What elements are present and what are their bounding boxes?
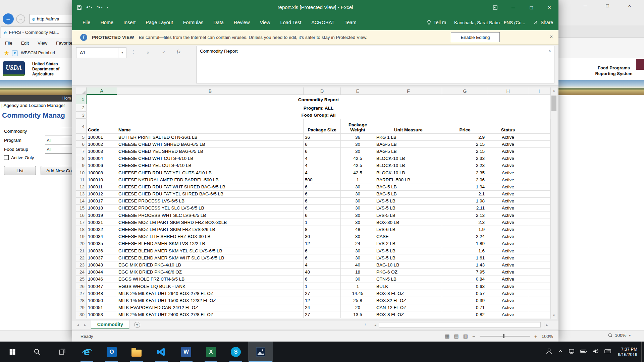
ie-close-button[interactable]: ×: [619, 0, 641, 12]
cell[interactable]: 100035: [87, 240, 117, 247]
cell[interactable]: Active: [488, 290, 528, 297]
forward-button[interactable]: →: [16, 14, 25, 23]
battery-icon[interactable]: [580, 348, 587, 356]
cell[interactable]: CHEESE CHED YEL CUTS-4/10 LB: [117, 162, 304, 169]
horizontal-scrollbar-thumb[interactable]: [379, 322, 541, 327]
cell[interactable]: 100004: [87, 155, 117, 162]
cell[interactable]: 42.5: [341, 162, 375, 169]
zoom-slider[interactable]: [480, 336, 530, 337]
taskbar-word-icon[interactable]: W: [174, 342, 199, 362]
column-header-G[interactable]: G: [442, 87, 488, 95]
cell[interactable]: 100046: [87, 276, 117, 283]
cell[interactable]: MILK 2% MILKFAT UHT 2640 BOX-27/8 FL OZ: [117, 290, 304, 297]
cell[interactable]: 1.89: [442, 240, 488, 247]
list-button[interactable]: List: [4, 166, 36, 175]
cell[interactable]: 0.71: [442, 304, 488, 311]
cell[interactable]: BLOCK-10 LB: [375, 169, 442, 176]
column-header-F[interactable]: F: [375, 87, 442, 95]
table-header-cell[interactable]: Name: [117, 119, 304, 134]
cell[interactable]: 100043: [87, 261, 117, 268]
taskbar-excel-icon[interactable]: X: [199, 342, 223, 362]
row-header[interactable]: 4: [76, 119, 87, 134]
column-header-E[interactable]: E: [341, 87, 375, 95]
cancel-icon[interactable]: ×: [147, 50, 150, 55]
cell[interactable]: BULK: [375, 283, 442, 290]
ribbon-tab-review[interactable]: Review: [229, 15, 255, 30]
row-header[interactable]: 6: [76, 141, 87, 148]
cell[interactable]: Active: [488, 261, 528, 268]
cell[interactable]: 100006: [87, 162, 117, 169]
touch-keyboard-icon[interactable]: [604, 348, 611, 356]
row-header[interactable]: 28: [76, 297, 87, 304]
cell[interactable]: CHEESE CHED WHT SHRED BAG-6/5 LB: [117, 141, 304, 148]
vertical-scrollbar-thumb[interactable]: [551, 96, 556, 111]
cell[interactable]: 2.9: [442, 134, 488, 141]
cell[interactable]: CHEESE CHED RDU FAT YEL CUTS-4/10 LB: [117, 169, 304, 176]
row-header[interactable]: 29: [76, 304, 87, 311]
enable-editing-button[interactable]: Enable Editing: [451, 32, 500, 42]
tab-splitter-icon[interactable]: ⋮: [363, 322, 367, 327]
cell[interactable]: Active: [488, 304, 528, 311]
cell[interactable]: 42.5: [341, 155, 375, 162]
cell[interactable]: MILK EVAPORATED CAN-24/12 FL OZ: [117, 304, 304, 311]
cell[interactable]: 6: [304, 276, 341, 283]
cell[interactable]: CHEESE CHED RDU FAT WHT SHRED BAG-6/5 LB: [117, 183, 304, 190]
cell[interactable]: 40: [341, 261, 375, 268]
cell[interactable]: LVS-6 LB: [375, 226, 442, 233]
cell[interactable]: 2.23: [442, 162, 488, 169]
cell[interactable]: LVS-2 LB: [375, 240, 442, 247]
cell[interactable]: 2.15: [442, 148, 488, 155]
cell[interactable]: 4: [304, 162, 341, 169]
row-header[interactable]: 14: [76, 198, 87, 205]
cell[interactable]: Active: [488, 183, 528, 190]
cell[interactable]: Active: [488, 276, 528, 283]
message-bar-close-icon[interactable]: ×: [550, 34, 553, 40]
cell[interactable]: 100019: [87, 212, 117, 219]
row-header[interactable]: 15: [76, 205, 87, 212]
table-header-cell[interactable]: Price: [442, 119, 488, 134]
cell[interactable]: Active: [488, 134, 528, 141]
people-icon[interactable]: [545, 348, 553, 356]
cell[interactable]: 30: [341, 254, 375, 261]
cell[interactable]: 100022: [87, 226, 117, 233]
cell[interactable]: 4: [304, 155, 341, 162]
back-button[interactable]: ←: [3, 13, 14, 24]
cell[interactable]: PKG 1 LB: [375, 134, 442, 141]
cell[interactable]: 2.24: [442, 233, 488, 240]
excel-close-button[interactable]: ×: [540, 0, 558, 15]
cell[interactable]: 1.6: [442, 247, 488, 254]
cell[interactable]: 7.95: [442, 269, 488, 276]
cell[interactable]: CHEESE PROCESS YEL SLC LVS-6/5 LB: [117, 205, 304, 212]
browser-tab[interactable]: e FPRS - Commodity Ma...: [1, 26, 81, 38]
cell[interactable]: 0.63: [442, 283, 488, 290]
ribbon-tab-home[interactable]: Home: [95, 15, 118, 30]
ribbon-tab-team[interactable]: Team: [339, 15, 361, 30]
cell[interactable]: 0.82: [442, 311, 488, 318]
cell[interactable]: CTN-5 LB: [375, 276, 442, 283]
cell[interactable]: Active: [488, 233, 528, 240]
horizontal-scrollbar[interactable]: ◄ ►: [373, 322, 550, 328]
cell[interactable]: Active: [488, 141, 528, 148]
active-only-checkbox[interactable]: [4, 155, 9, 160]
cell[interactable]: BOX-30 LB: [375, 219, 442, 226]
cell[interactable]: 36: [341, 134, 375, 141]
cell[interactable]: Active: [488, 205, 528, 212]
cell[interactable]: MILK 2% MILKFAT UHT 2400 BOX-27/8 FL OZ: [117, 311, 304, 318]
row-header[interactable]: 3: [76, 112, 87, 119]
cell[interactable]: 30: [304, 233, 341, 240]
cell[interactable]: LVS-5 LB: [375, 254, 442, 261]
cell[interactable]: 30: [341, 233, 375, 240]
cell[interactable]: Active: [488, 297, 528, 304]
cell[interactable]: 2.06: [442, 176, 488, 183]
column-header-D[interactable]: D: [304, 87, 341, 95]
cell[interactable]: 1.61: [442, 254, 488, 261]
zoom-out-icon[interactable]: −: [472, 334, 475, 339]
show-hidden-icons-chevron[interactable]: [558, 349, 563, 355]
cell[interactable]: 30: [341, 183, 375, 190]
row-header[interactable]: 22: [76, 254, 87, 261]
cell[interactable]: 30: [341, 219, 375, 226]
cell[interactable]: 6: [304, 198, 341, 205]
cell[interactable]: 30: [341, 191, 375, 198]
row-header[interactable]: 23: [76, 261, 87, 268]
cell[interactable]: Active: [488, 148, 528, 155]
